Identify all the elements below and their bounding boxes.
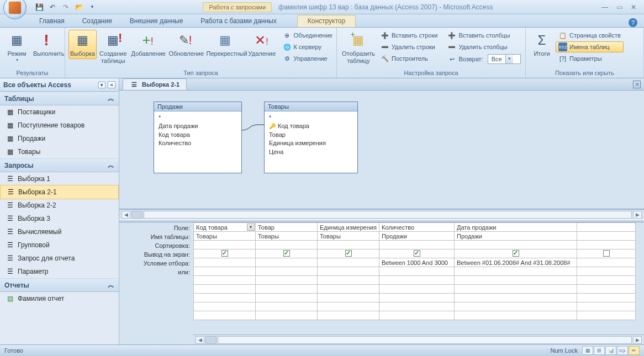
grid-cell-field[interactable]: Код товара▼ — [194, 223, 256, 232]
checkbox-icon[interactable] — [414, 250, 420, 257]
delete-rows-button[interactable]: ➖Удалить строки — [378, 41, 440, 52]
nav-query-item[interactable]: ☰Параметр — [0, 265, 119, 278]
nav-report-item[interactable]: ▤Фамилия отчет — [0, 292, 119, 305]
diagram-scrollbar[interactable]: ◀ ▶ — [119, 209, 644, 219]
query-designer-diagram[interactable]: Продажи * Дата продажи Код товара Количе… — [119, 91, 644, 209]
document-tab[interactable]: ☰Выборка 2-1 — [123, 78, 187, 90]
checkbox-icon[interactable] — [345, 250, 352, 257]
field-item[interactable]: Цена — [269, 148, 353, 156]
grid-cell-show[interactable] — [318, 249, 379, 258]
nav-header[interactable]: Все объекты Access ▾« — [0, 78, 119, 92]
chevron-down-icon[interactable]: ▾ — [98, 82, 105, 88]
nav-table-item[interactable]: ▦Поступление товаров — [0, 119, 119, 132]
append-button[interactable]: +!Добавление — [130, 30, 166, 59]
scroll-right-icon[interactable]: ▶ — [633, 211, 642, 219]
field-item[interactable]: Код товара — [159, 131, 237, 139]
grid-cell-field[interactable]: Дата продажи — [455, 223, 577, 232]
grid-cell-sort[interactable] — [194, 241, 256, 249]
scroll-thumb[interactable] — [205, 336, 217, 344]
close-document-button[interactable]: ✕ — [633, 81, 641, 88]
delete-cols-button[interactable]: ➖Удалить столбцы — [445, 41, 523, 52]
union-button[interactable]: ⊕Объединение — [280, 30, 335, 41]
chevron-down-icon[interactable]: ▼ — [505, 55, 513, 63]
grid-cell-table[interactable]: Продажи — [455, 232, 577, 241]
restore-button[interactable]: ▭ — [613, 3, 625, 11]
grid-cell-show[interactable] — [577, 249, 636, 258]
nav-table-item[interactable]: ▦Товары — [0, 145, 119, 158]
checkbox-icon[interactable] — [283, 250, 290, 257]
help-icon[interactable]: ? — [629, 18, 637, 27]
nav-query-item[interactable]: ☰Выборка 3 — [0, 212, 119, 225]
save-icon[interactable]: 💾 — [34, 2, 44, 12]
scroll-left-icon[interactable]: ◀ — [122, 211, 130, 219]
nav-query-item[interactable]: ☰Выборка 1 — [0, 172, 119, 185]
grid-cell-show[interactable] — [256, 249, 318, 258]
nav-query-item[interactable]: ☰Запрос для отчета — [0, 252, 119, 265]
return-value-combo[interactable]: Все▼ — [488, 54, 521, 64]
nav-query-item[interactable]: ☰Выборка 2-1 — [0, 185, 119, 199]
grid-cell-show[interactable] — [455, 249, 577, 258]
nav-section-tables[interactable]: Таблицы︽ — [0, 92, 119, 105]
grid-cell-field[interactable]: Товар — [256, 223, 318, 232]
insert-cols-button[interactable]: ➕Вставить столбцы — [445, 30, 523, 41]
scroll-left-icon[interactable]: ◀ — [196, 336, 204, 344]
open-icon[interactable]: 📂 — [74, 2, 84, 12]
close-button[interactable]: ✕ — [627, 3, 640, 11]
field-item[interactable]: Дата продажи — [159, 122, 237, 130]
grid-cell-table[interactable]: Товары — [318, 232, 379, 241]
pivottable-view-button[interactable]: ⊞ — [594, 346, 605, 355]
nav-table-item[interactable]: ▦Поставщики — [0, 105, 119, 119]
minimize-button[interactable]: — — [599, 3, 611, 11]
delete-query-button[interactable]: ✕!Удаление — [247, 30, 277, 59]
sql-view-button[interactable]: SQL — [617, 346, 628, 355]
grid-cell-show[interactable] — [379, 249, 455, 258]
run-button[interactable]: !Выполнить — [31, 30, 61, 59]
grid-cell-criteria[interactable]: Between #01.06.2008# And #31.08.2008# — [455, 258, 577, 267]
field-item-key[interactable]: 🔑Код товара — [269, 122, 353, 130]
chevron-down-icon[interactable]: ▼ — [247, 224, 255, 231]
grid-cell-or[interactable] — [194, 267, 256, 276]
grid-cell-table[interactable]: Продажи — [379, 232, 455, 241]
grid-cell-table[interactable] — [577, 232, 636, 241]
crosstab-button[interactable]: ▦Перекрестный — [205, 30, 246, 59]
collapse-pane-icon[interactable]: « — [108, 81, 115, 88]
qat-dropdown-icon[interactable]: ▼ — [87, 2, 97, 12]
table-names-button[interactable]: XYZИмена таблиц — [556, 41, 624, 52]
field-item[interactable]: Товар — [269, 131, 353, 139]
nav-query-item[interactable]: ☰Вычисляемый — [0, 225, 119, 238]
showtable-button[interactable]: ▦+Отобразить таблицу — [340, 30, 377, 66]
nav-table-item[interactable]: ▦Продажи — [0, 132, 119, 145]
relationship-line[interactable] — [242, 124, 265, 135]
builder-button[interactable]: 🔨Построитель — [378, 53, 440, 64]
nav-query-item[interactable]: ☰Групповой — [0, 238, 119, 252]
select-query-button[interactable]: ▦Выборка — [68, 30, 97, 59]
parameters-button[interactable]: [?]Параметры — [556, 53, 624, 64]
grid-cell-table[interactable]: Товары — [256, 232, 318, 241]
redo-icon[interactable]: ↷ — [61, 2, 71, 12]
tab-design[interactable]: Конструктор — [297, 15, 356, 27]
scroll-right-icon[interactable]: ▶ — [633, 336, 642, 344]
grid-cell-table[interactable]: Товары — [194, 232, 256, 241]
field-star[interactable]: * — [269, 114, 353, 122]
pivotchart-view-button[interactable]: 📊 — [605, 346, 616, 355]
tab-create[interactable]: Создание — [74, 15, 120, 27]
grid-scrollbar[interactable]: ◀ ▶ — [193, 334, 644, 344]
maketable-button[interactable]: ▦!Создание таблицы — [98, 30, 129, 66]
grid-cell-show[interactable] — [194, 249, 256, 258]
grid-cell-field[interactable] — [577, 223, 636, 232]
scroll-track[interactable] — [218, 336, 632, 344]
nav-section-reports[interactable]: Отчеты︽ — [0, 278, 119, 292]
table-box-sales[interactable]: Продажи * Дата продажи Код товара Количе… — [154, 102, 242, 173]
scroll-thumb[interactable] — [131, 211, 142, 219]
grid-cell-field[interactable]: Количество — [379, 223, 455, 232]
tab-external-data[interactable]: Внешние данные — [122, 15, 192, 27]
design-view-button[interactable]: ✏ — [629, 346, 640, 355]
totals-button[interactable]: ΣИтоги — [529, 30, 555, 59]
datadef-button[interactable]: ⚙Управление — [280, 53, 335, 64]
grid-table[interactable]: Код товара▼ Товар Единица измерения Коли… — [193, 222, 636, 320]
table-box-goods[interactable]: Товары * 🔑Код товара Товар Единица измер… — [264, 102, 358, 173]
update-button[interactable]: ✎!Обновление — [167, 30, 204, 59]
view-button[interactable]: ▦Режим▾ — [3, 30, 30, 64]
checkbox-icon[interactable] — [221, 250, 228, 257]
nav-section-queries[interactable]: Запросы︽ — [0, 158, 119, 172]
